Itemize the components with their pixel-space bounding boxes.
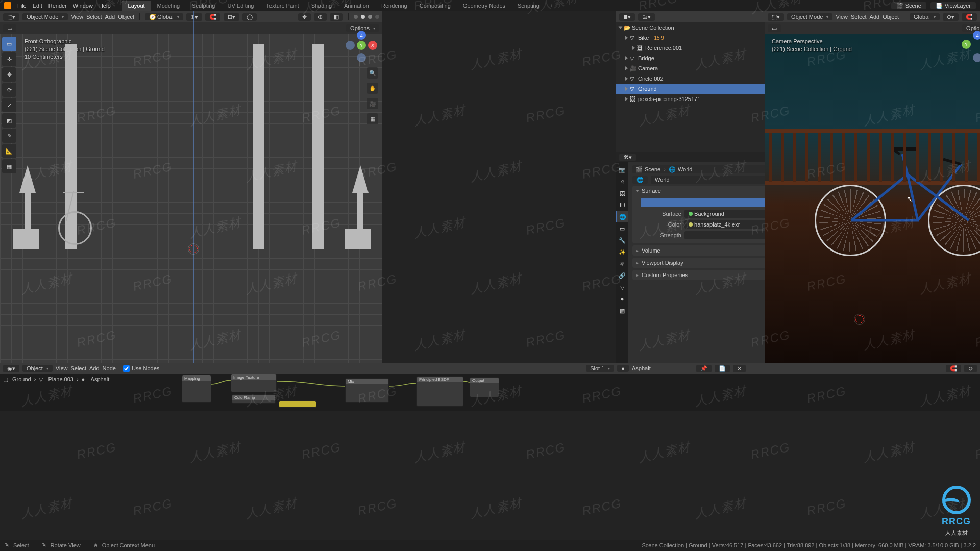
workspace-tab-layout[interactable]: Layout bbox=[122, 1, 151, 11]
prop-tab-material[interactable]: ● bbox=[616, 293, 628, 305]
node-frame[interactable] bbox=[279, 400, 316, 408]
editor-type-icon[interactable]: 🛠▾ bbox=[619, 154, 636, 161]
workspace-tab-scripting[interactable]: Scripting bbox=[511, 1, 546, 11]
vp-menu-select[interactable]: Select bbox=[851, 14, 867, 20]
axis-y[interactable]: Y bbox=[962, 40, 971, 49]
breadcrumb-world[interactable]: World bbox=[678, 166, 693, 172]
vp-menu-add[interactable]: Add bbox=[870, 14, 880, 20]
axis-neg-z[interactable] bbox=[973, 53, 980, 62]
workspace-tab-uv-editing[interactable]: UV Editing bbox=[221, 1, 260, 11]
node-snap-toggle[interactable]: 🧲 bbox=[946, 365, 961, 372]
workspace-tab-geometry-nodes[interactable]: Geometry Nodes bbox=[457, 1, 511, 11]
mode-dropdown[interactable]: Object Mode bbox=[22, 13, 68, 20]
material-browse-button[interactable]: ● bbox=[617, 365, 629, 372]
node-material-output[interactable]: Output bbox=[470, 377, 499, 397]
workspace-tab-compositing[interactable]: Compositing bbox=[413, 1, 457, 11]
workspace-add-button[interactable]: + bbox=[546, 1, 557, 11]
bc-data[interactable]: Plane.003 bbox=[48, 376, 74, 382]
tool-move[interactable]: ✥ bbox=[2, 67, 16, 82]
prop-tab-world[interactable]: 🌐 bbox=[616, 211, 628, 222]
mode-dropdown[interactable]: Object Mode bbox=[787, 13, 832, 20]
node-mapping[interactable]: Mapping bbox=[182, 375, 211, 403]
node-menu-select[interactable]: Select bbox=[70, 365, 86, 371]
disclosure-icon[interactable] bbox=[632, 46, 635, 50]
xray-toggle[interactable]: ◧ bbox=[330, 13, 343, 21]
world-browse-button[interactable]: 🌐 bbox=[632, 176, 648, 184]
menu-help[interactable]: Help bbox=[99, 3, 111, 9]
disclosure-icon[interactable] bbox=[625, 56, 628, 60]
prop-tab-physics[interactable]: ⚛ bbox=[616, 258, 628, 269]
vp-menu-object[interactable]: Object bbox=[118, 14, 134, 20]
axis-z[interactable]: Z bbox=[357, 31, 366, 40]
disclosure-icon[interactable] bbox=[625, 77, 628, 81]
menu-window[interactable]: Window bbox=[73, 3, 93, 9]
menu-render[interactable]: Render bbox=[48, 3, 67, 9]
zoom-button[interactable]: 🔍 bbox=[367, 67, 378, 79]
node-image-texture[interactable]: Image Texture bbox=[231, 374, 277, 392]
vp-menu-select[interactable]: Select bbox=[86, 14, 102, 20]
breadcrumb-scene[interactable]: Scene bbox=[645, 166, 660, 172]
material-unlink-button[interactable]: ✕ bbox=[733, 365, 746, 372]
snap-toggle[interactable]: 🧲 bbox=[962, 13, 977, 21]
viewlayer-selector[interactable]: 📑 ViewLayer bbox=[930, 2, 976, 9]
workspace-tab-shading[interactable]: Shading bbox=[305, 1, 338, 11]
node-colorramp[interactable]: ColorRamp bbox=[232, 394, 276, 404]
prop-tab-render[interactable]: 📷 bbox=[616, 164, 628, 176]
tool-measure[interactable]: 📐 bbox=[2, 144, 16, 158]
prop-tab-output[interactable]: 🖨 bbox=[616, 176, 628, 187]
material-pin-button[interactable]: 📌 bbox=[696, 365, 712, 372]
axis-neg-x[interactable] bbox=[346, 41, 355, 50]
viewport-left[interactable]: ⬚▾ Object Mode View Select Add Object 🧭 … bbox=[0, 11, 382, 363]
material-new-button[interactable]: 📄 bbox=[715, 365, 730, 372]
tool-select-box[interactable]: ▭ bbox=[2, 37, 16, 51]
orientation-dropdown[interactable]: 🧭 Global bbox=[145, 13, 183, 20]
node-principled-bsdf[interactable]: Principled BSDF bbox=[416, 376, 463, 407]
prop-tab-data[interactable]: ▽ bbox=[616, 282, 628, 293]
axis-y[interactable]: Y bbox=[357, 41, 366, 50]
material-name-field[interactable]: Asphalt bbox=[632, 365, 693, 371]
tool-transform[interactable]: ◩ bbox=[2, 113, 16, 128]
use-nodes-checkbox[interactable] bbox=[123, 365, 130, 372]
bc-object[interactable]: Ground bbox=[12, 376, 31, 382]
scene-selector[interactable]: 🎬 Scene bbox=[891, 2, 926, 9]
editor-type-icon[interactable]: ◉▾ bbox=[3, 365, 19, 372]
editor-type-icon[interactable]: ⬚▾ bbox=[3, 13, 19, 21]
nav-gizmo[interactable]: Z Y X bbox=[348, 32, 375, 59]
nav-gizmo[interactable]: Z Y X bbox=[964, 32, 980, 59]
menu-edit[interactable]: Edit bbox=[33, 3, 42, 9]
node-menu-node[interactable]: Node bbox=[103, 365, 116, 371]
camera-view-button[interactable]: 🎥 bbox=[367, 98, 378, 109]
prop-tab-viewlayer[interactable]: 🖼 bbox=[616, 188, 628, 199]
axis-neg-z[interactable] bbox=[357, 53, 366, 62]
workspace-tab-texture-paint[interactable]: Texture Paint bbox=[260, 1, 305, 11]
node-overlay-toggle[interactable]: ⊚ bbox=[964, 365, 977, 372]
shading-rendered-icon[interactable] bbox=[375, 15, 379, 19]
workspace-tab-animation[interactable]: Animation bbox=[338, 1, 375, 11]
prop-tab-particles[interactable]: ✨ bbox=[616, 246, 628, 258]
prop-tab-constraints[interactable]: 🔗 bbox=[616, 270, 628, 281]
select-mode-icon[interactable]: ▭ bbox=[768, 24, 781, 32]
shading-wireframe-icon[interactable] bbox=[354, 15, 358, 19]
prop-tab-modifiers[interactable]: 🔧 bbox=[616, 235, 628, 246]
tool-rotate[interactable]: ⟳ bbox=[2, 83, 16, 97]
menu-file[interactable]: File bbox=[17, 3, 27, 9]
axis-x[interactable]: X bbox=[368, 41, 377, 50]
slot-dropdown[interactable]: Slot 1 bbox=[586, 365, 614, 372]
workspace-tab-rendering[interactable]: Rendering bbox=[375, 1, 413, 11]
pan-button[interactable]: ✋ bbox=[367, 83, 378, 94]
outliner-display-mode[interactable]: 🗂▾ bbox=[638, 13, 655, 21]
node-menu-view[interactable]: View bbox=[56, 365, 68, 371]
disclosure-icon[interactable] bbox=[619, 27, 623, 29]
snap-toggle[interactable]: 🧲 bbox=[205, 13, 220, 21]
overlays-toggle[interactable]: ⊚ bbox=[314, 13, 327, 21]
node-mode-dropdown[interactable]: Object bbox=[22, 365, 53, 372]
tool-annotate[interactable]: ✎ bbox=[2, 129, 16, 143]
proportional-edit-toggle[interactable]: ◯ bbox=[242, 13, 257, 21]
select-mode-icon[interactable]: ▭ bbox=[3, 24, 16, 32]
axis-z[interactable]: Z bbox=[973, 31, 980, 40]
vp-menu-add[interactable]: Add bbox=[105, 14, 115, 20]
editor-type-icon[interactable]: ≣▾ bbox=[619, 13, 635, 21]
pivot-dropdown[interactable]: ⊕▾ bbox=[943, 13, 959, 21]
disclosure-icon[interactable] bbox=[625, 87, 628, 91]
snap-target-dropdown[interactable]: ⊞▾ bbox=[224, 13, 239, 21]
